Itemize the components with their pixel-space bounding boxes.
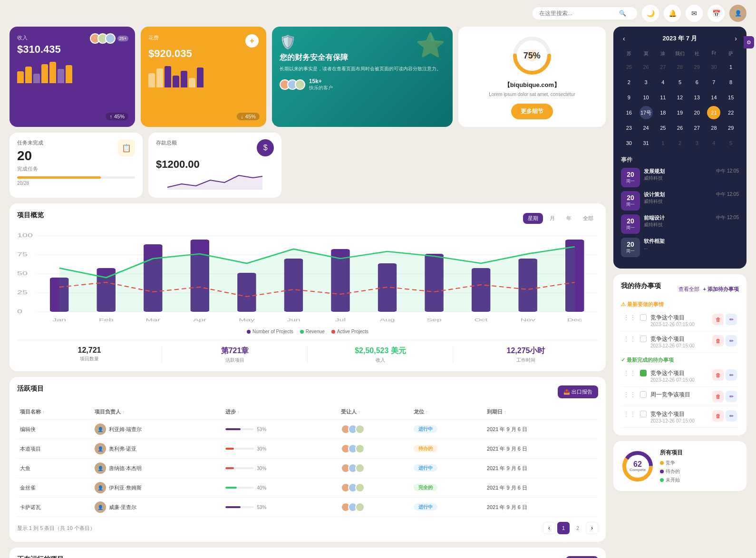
cal-day-30pm[interactable]: 30 <box>707 60 720 74</box>
stat-num-1: 12,721 <box>21 346 158 355</box>
checkbox-5[interactable] <box>640 411 647 417</box>
next-page-button[interactable]: › <box>586 522 598 534</box>
cal-day-25pm[interactable]: 25 <box>622 60 636 74</box>
cal-day-7[interactable]: 7 <box>707 76 720 89</box>
cal-day-5[interactable]: 5 <box>673 76 687 89</box>
avatar-icon: 👤 <box>735 10 742 17</box>
cal-day-24[interactable]: 24 <box>640 121 653 135</box>
manager-avatar: 👤 <box>95 423 106 435</box>
expense-add-button[interactable]: + <box>245 34 259 48</box>
cal-day-21-today[interactable]: 21 <box>707 106 720 119</box>
cal-day-20[interactable]: 20 <box>690 106 704 119</box>
tab-year[interactable]: 年 <box>562 213 576 224</box>
cal-day-26[interactable]: 26 <box>673 121 687 135</box>
mail-button[interactable]: ✉ <box>686 5 703 22</box>
cal-day-1nm[interactable]: 1 <box>656 136 669 150</box>
cal-next-button[interactable]: › <box>733 35 739 42</box>
page-1-button[interactable]: 1 <box>557 522 570 534</box>
user-avatar[interactable]: 👤 <box>729 5 746 22</box>
cal-day-16[interactable]: 16 <box>622 106 636 119</box>
cal-event-1-time: 中午 12:05 <box>716 168 739 187</box>
drag-handle-4[interactable]: ⋮⋮ <box>623 391 636 398</box>
settings-icon: ⚙ <box>746 39 751 46</box>
cal-day-2[interactable]: 2 <box>622 76 636 89</box>
cal-prev-button[interactable]: ‹ <box>621 35 627 42</box>
cal-day-22[interactable]: 22 <box>724 106 737 119</box>
drag-handle-1[interactable]: ⋮⋮ <box>623 314 636 321</box>
tab-all[interactable]: 全部 <box>578 213 598 224</box>
cal-day-29[interactable]: 29 <box>724 121 737 135</box>
cal-day-15[interactable]: 15 <box>724 91 737 104</box>
chart-tabs: 星期 月 年 全部 <box>523 213 598 224</box>
cal-day-3[interactable]: 3 <box>640 76 653 89</box>
cal-day-10[interactable]: 10 <box>640 91 653 104</box>
cal-day-26pm[interactable]: 26 <box>640 60 653 74</box>
edit-todo-1-button[interactable]: ✏ <box>726 314 737 325</box>
cal-event-2: 20 周一 设计策划 威特科技 中午 12:05 <box>621 191 739 211</box>
view-all-button[interactable]: 查看全部 <box>566 556 598 558</box>
cal-day-4nm[interactable]: 4 <box>707 136 720 150</box>
tab-week[interactable]: 星期 <box>523 213 543 224</box>
edit-todo-4-button[interactable]: ✏ <box>726 391 737 402</box>
cal-day-8[interactable]: 8 <box>724 76 737 89</box>
progress-fill <box>225 506 241 508</box>
cal-day-27[interactable]: 27 <box>690 121 704 135</box>
drag-handle-2[interactable]: ⋮⋮ <box>623 335 636 343</box>
page-2-button[interactable]: 2 <box>572 522 584 534</box>
svg-text:25: 25 <box>17 290 28 295</box>
cal-event-3: 20 周一 前端设计 威特科技 中午 12:05 <box>621 214 739 234</box>
savings-amount: $1200.00 <box>156 158 274 171</box>
edit-todo-3-button[interactable]: ✏ <box>726 369 737 381</box>
cal-day-3nm[interactable]: 3 <box>690 136 704 150</box>
tab-month[interactable]: 月 <box>545 213 560 224</box>
checkbox-4[interactable] <box>640 391 647 398</box>
checkbox-2[interactable] <box>640 336 647 342</box>
cal-day-28pm[interactable]: 28 <box>673 60 687 74</box>
delete-todo-3-button[interactable]: 🗑 <box>712 369 724 381</box>
cal-day-25[interactable]: 25 <box>656 121 669 135</box>
cal-settings-button[interactable]: ⚙ <box>744 36 754 48</box>
cal-day-28[interactable]: 28 <box>707 121 720 135</box>
cal-day-13[interactable]: 13 <box>690 91 704 104</box>
stat-label-2: 活跃项目 <box>166 357 303 364</box>
delete-todo-4-button[interactable]: 🗑 <box>712 391 724 402</box>
checkbox-3[interactable] <box>640 370 647 376</box>
bar-5 <box>49 62 56 83</box>
cal-day-4[interactable]: 4 <box>656 76 669 89</box>
cal-day-5nm[interactable]: 5 <box>724 136 737 150</box>
cal-day-18[interactable]: 18 <box>656 106 669 119</box>
cal-day-27pm[interactable]: 27 <box>656 60 669 74</box>
todo-see-all[interactable]: 查看全部 <box>678 286 699 293</box>
delete-todo-5-button[interactable]: 🗑 <box>712 410 724 422</box>
edit-todo-2-button[interactable]: ✏ <box>726 335 737 346</box>
dark-mode-button[interactable]: 🌙 <box>642 5 659 22</box>
delete-todo-1-button[interactable]: 🗑 <box>712 314 724 325</box>
calendar-button[interactable]: 📅 <box>708 5 725 22</box>
more-details-button[interactable]: 更多细节 <box>511 104 553 119</box>
cal-day-23[interactable]: 23 <box>622 121 636 135</box>
prev-page-button[interactable]: ‹ <box>543 522 555 534</box>
drag-handle-5[interactable]: ⋮⋮ <box>623 410 636 418</box>
cal-day-2nm[interactable]: 2 <box>673 136 687 150</box>
cal-header-tu: 涂 <box>655 48 671 59</box>
cal-day-31[interactable]: 31 <box>640 136 653 150</box>
cal-day-12[interactable]: 12 <box>673 91 687 104</box>
cal-day-14[interactable]: 14 <box>707 91 720 104</box>
cal-day-9[interactable]: 9 <box>622 91 636 104</box>
cal-day-17[interactable]: 17号 <box>640 106 653 119</box>
export-button[interactable]: 📤 出口报告 <box>558 385 598 398</box>
search-input[interactable] <box>539 10 615 17</box>
todo-add-button[interactable]: + 添加待办事项 <box>703 286 739 293</box>
delete-todo-2-button[interactable]: 🗑 <box>712 335 724 346</box>
cal-day-30[interactable]: 30 <box>622 136 636 150</box>
cal-day-11[interactable]: 11 <box>656 91 669 104</box>
cal-day-1[interactable]: 1 <box>724 60 737 74</box>
drag-handle-3[interactable]: ⋮⋮ <box>623 369 636 377</box>
cal-day-6[interactable]: 6 <box>690 76 704 89</box>
cal-day-19[interactable]: 19 <box>673 106 687 119</box>
edit-todo-5-button[interactable]: ✏ <box>726 410 737 422</box>
search-bar[interactable]: 🔍 <box>533 7 637 19</box>
notification-button[interactable]: 🔔 <box>664 5 681 22</box>
checkbox-1[interactable] <box>640 314 647 321</box>
cal-day-29pm[interactable]: 29 <box>690 60 704 74</box>
